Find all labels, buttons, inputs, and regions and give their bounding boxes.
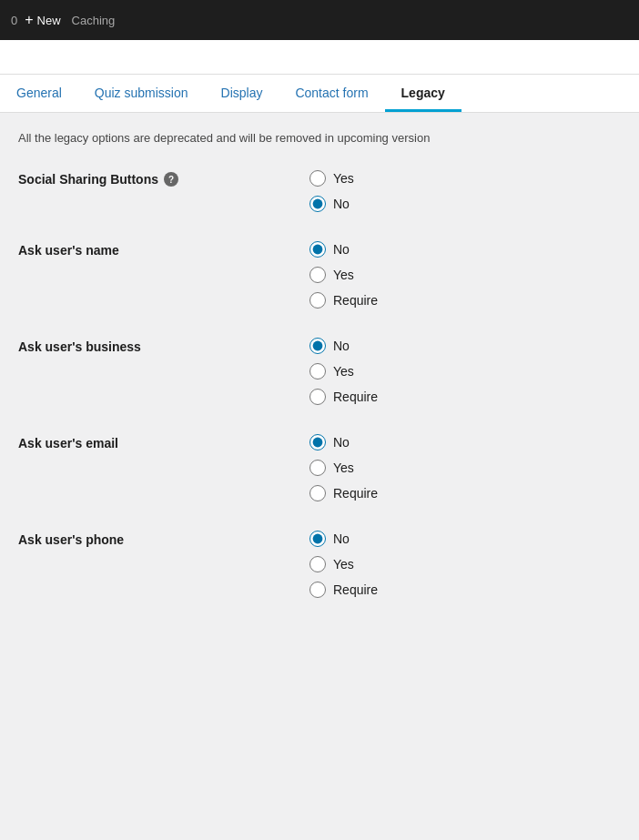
setting-label-ask-phone: Ask user's phone <box>18 531 309 547</box>
radio-social-sharing-yes[interactable]: Yes <box>309 170 354 187</box>
tab-contact-form[interactable]: Contact form <box>279 75 384 112</box>
radio-ask-phone-no[interactable]: No <box>309 531 378 547</box>
radio-ask-phone-yes[interactable]: Yes <box>309 556 378 572</box>
radio-label-yes: Yes <box>333 171 354 186</box>
radio-label-require: Require <box>333 293 378 308</box>
setting-label-ask-email: Ask user's email <box>18 434 309 450</box>
radio-group-social-sharing: Yes No <box>309 170 354 212</box>
deprecation-notice: All the legacy options are deprecated an… <box>18 131 621 145</box>
topbar: 0 + New Caching <box>0 0 639 40</box>
setting-ask-email: Ask user's email No Yes Require <box>18 434 621 505</box>
radio-group-ask-business: No Yes Require <box>309 338 378 405</box>
radio-ask-email-yes[interactable]: Yes <box>309 460 378 476</box>
radio-label-yes: Yes <box>333 557 354 572</box>
tab-partial-2[interactable] <box>33 40 66 74</box>
radio-ask-name-require[interactable]: Require <box>309 292 378 309</box>
radio-label-no: No <box>333 339 350 353</box>
tab-display[interactable]: Display <box>205 75 279 112</box>
radio-label-no: No <box>333 197 350 211</box>
radio-label-require: Require <box>333 582 378 597</box>
new-label: New <box>37 14 61 27</box>
tab-legacy[interactable]: Legacy <box>385 75 462 112</box>
radio-ask-email-no[interactable]: No <box>309 434 378 450</box>
setting-ask-phone: Ask user's phone No Yes Require <box>18 531 621 602</box>
setting-social-sharing: Social Sharing Buttons ? Yes No <box>18 170 621 216</box>
tab-general[interactable]: General <box>0 75 78 112</box>
radio-label-require: Require <box>333 486 378 501</box>
setting-ask-business: Ask user's business No Yes Require <box>18 338 621 409</box>
radio-label-yes: Yes <box>333 364 354 379</box>
radio-ask-business-yes[interactable]: Yes <box>309 363 378 380</box>
plus-icon: + <box>25 13 33 27</box>
setting-label-ask-business: Ask user's business <box>18 338 309 354</box>
setting-ask-name: Ask user's name No Yes Require <box>18 241 621 312</box>
radio-label-yes: Yes <box>333 268 354 282</box>
radio-ask-business-require[interactable]: Require <box>309 389 378 405</box>
radio-label-no: No <box>333 242 350 257</box>
tab-partial-3[interactable] <box>66 40 98 74</box>
radio-label-no: No <box>333 531 350 546</box>
radio-label-require: Require <box>333 390 378 404</box>
radio-ask-name-no[interactable]: No <box>309 241 378 258</box>
tab-quiz-submission[interactable]: Quiz submission <box>78 75 205 112</box>
radio-group-ask-name: No Yes Require <box>309 241 378 309</box>
radio-group-ask-phone: No Yes Require <box>309 531 378 598</box>
radio-ask-phone-require[interactable]: Require <box>309 582 378 598</box>
tabs-row: General Quiz submission Display Contact … <box>0 75 639 113</box>
radio-label-yes: Yes <box>333 460 354 475</box>
caching-label: Caching <box>72 14 116 27</box>
tabs-top-partial <box>0 40 639 75</box>
radio-group-ask-email: No Yes Require <box>309 434 378 501</box>
radio-ask-name-yes[interactable]: Yes <box>309 267 378 283</box>
new-button[interactable]: + New <box>25 13 60 27</box>
topbar-zero: 0 <box>11 14 17 27</box>
help-icon-social-sharing[interactable]: ? <box>164 172 178 187</box>
radio-label-no: No <box>333 435 350 450</box>
setting-label-ask-name: Ask user's name <box>18 241 309 258</box>
radio-ask-email-require[interactable]: Require <box>309 485 378 501</box>
radio-social-sharing-no[interactable]: No <box>309 196 354 212</box>
radio-ask-business-no[interactable]: No <box>309 338 378 354</box>
content-area: All the legacy options are deprecated an… <box>0 113 639 645</box>
tab-partial-1[interactable] <box>0 40 33 74</box>
setting-label-social-sharing: Social Sharing Buttons ? <box>18 170 309 187</box>
